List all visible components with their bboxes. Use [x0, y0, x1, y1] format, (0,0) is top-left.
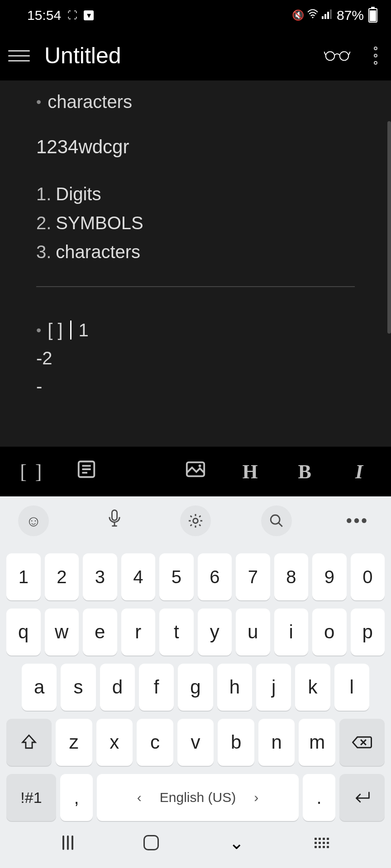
key-t[interactable]: t: [159, 609, 194, 656]
key-s[interactable]: s: [61, 664, 95, 711]
checkbox-tool-button[interactable]: [ ]: [18, 460, 45, 483]
svg-point-5: [326, 52, 334, 60]
emoji-button[interactable]: ☺: [18, 505, 49, 536]
key-u[interactable]: u: [236, 609, 270, 656]
keyboard-settings-button[interactable]: [180, 505, 211, 536]
key-m[interactable]: m: [299, 719, 335, 766]
signal-icon: [321, 9, 332, 22]
scrollbar[interactable]: [387, 121, 391, 334]
list-number: 1.: [36, 179, 51, 208]
key-3[interactable]: 3: [83, 553, 117, 600]
key-d[interactable]: d: [100, 664, 135, 711]
svg-point-0: [312, 17, 313, 18]
key-n[interactable]: n: [258, 719, 295, 766]
soft-keyboard: ☺ ••• 1 2 3 4 5 6 7 8 9 0 q w e r t y u …: [0, 496, 391, 868]
heading-tool-button[interactable]: H: [237, 460, 264, 483]
key-0[interactable]: 0: [351, 553, 385, 600]
text-line[interactable]: -: [11, 372, 380, 400]
reader-mode-button[interactable]: [324, 46, 350, 65]
key-h[interactable]: h: [217, 664, 252, 711]
list-text: Digits: [56, 179, 101, 208]
list-number: 3.: [36, 237, 51, 266]
keyboard-toolbar: ☺ •••: [0, 496, 391, 545]
ordered-list-item[interactable]: 1. Digits: [11, 179, 380, 208]
key-c[interactable]: c: [137, 719, 173, 766]
backspace-key[interactable]: [339, 719, 385, 766]
ordered-list-item[interactable]: 2. SYMBOLS: [11, 208, 380, 237]
enter-key[interactable]: [339, 774, 385, 821]
page-title: Untitled: [44, 42, 324, 69]
tag-tool-button[interactable]: [127, 459, 154, 485]
key-1[interactable]: 1: [6, 553, 41, 600]
svg-point-13: [271, 515, 280, 524]
key-e[interactable]: e: [83, 609, 117, 656]
hide-keyboard-button[interactable]: ⌄: [229, 832, 244, 853]
key-w[interactable]: w: [45, 609, 79, 656]
home-button[interactable]: [143, 835, 159, 850]
keyboard-more-button[interactable]: •••: [342, 511, 373, 530]
crop-icon: ⛶: [67, 9, 77, 21]
key-r[interactable]: r: [121, 609, 156, 656]
svg-rect-11: [112, 510, 117, 520]
key-9[interactable]: 9: [312, 553, 347, 600]
bullet-icon: •: [36, 94, 41, 109]
more-options-button[interactable]: [368, 47, 383, 65]
key-z[interactable]: z: [56, 719, 92, 766]
ordered-list-item[interactable]: 3. characters: [11, 237, 380, 266]
horizontal-rule: [36, 286, 355, 287]
key-j[interactable]: j: [256, 664, 291, 711]
key-f[interactable]: f: [139, 664, 174, 711]
svg-point-6: [340, 52, 348, 60]
spacebar-key[interactable]: ‹ English (US) ›: [97, 774, 299, 821]
key-q[interactable]: q: [6, 609, 41, 656]
key-a[interactable]: a: [22, 664, 57, 711]
svg-point-12: [193, 519, 198, 524]
key-x[interactable]: x: [96, 719, 133, 766]
bold-tool-button[interactable]: B: [291, 460, 318, 483]
list-text: characters: [56, 237, 140, 266]
recents-button[interactable]: [62, 835, 73, 850]
text-line[interactable]: 1234wdcgr: [11, 132, 380, 161]
list-number: 2.: [36, 208, 51, 237]
comma-key[interactable]: ,: [60, 774, 93, 821]
key-v[interactable]: v: [177, 719, 214, 766]
text-line[interactable]: -2: [11, 344, 380, 372]
checkbox-brackets: [ ]: [48, 316, 62, 344]
key-p[interactable]: p: [351, 609, 385, 656]
svg-rect-4: [330, 9, 332, 19]
checkbox-list-item[interactable]: • [ ]1: [11, 316, 380, 344]
voice-input-button[interactable]: [99, 509, 130, 533]
keyboard-search-button[interactable]: [261, 505, 292, 536]
key-5[interactable]: 5: [159, 553, 194, 600]
italic-tool-button[interactable]: I: [346, 460, 373, 483]
bullet-list-item[interactable]: • characters: [11, 88, 380, 116]
dropdown-indicator-icon: ▾: [84, 10, 94, 20]
shift-key[interactable]: [6, 719, 52, 766]
key-k[interactable]: k: [295, 664, 330, 711]
key-y[interactable]: y: [198, 609, 232, 656]
battery-percent: 87%: [337, 8, 364, 23]
key-b[interactable]: b: [218, 719, 254, 766]
svg-point-8: [136, 464, 139, 467]
keyboard-row-5: !#1 , ‹ English (US) › .: [0, 774, 391, 821]
key-6[interactable]: 6: [198, 553, 232, 600]
key-o[interactable]: o: [312, 609, 347, 656]
symbols-key[interactable]: !#1: [6, 774, 56, 821]
note-editor[interactable]: • characters 1234wdcgr 1. Digits 2. SYMB…: [0, 80, 391, 447]
svg-rect-2: [324, 14, 326, 19]
note-tool-button[interactable]: [73, 459, 100, 485]
key-7[interactable]: 7: [236, 553, 270, 600]
key-8[interactable]: 8: [274, 553, 309, 600]
list-text: SYMBOLS: [56, 208, 143, 237]
key-i[interactable]: i: [274, 609, 309, 656]
keyboard-switch-button[interactable]: [315, 838, 329, 848]
image-tool-button[interactable]: [182, 459, 209, 485]
key-2[interactable]: 2: [45, 553, 79, 600]
keyboard-row-3: a s d f g h j k l: [0, 664, 391, 711]
period-key[interactable]: .: [303, 774, 335, 821]
menu-icon[interactable]: [8, 50, 30, 61]
key-l[interactable]: l: [334, 664, 369, 711]
editor-toolbar: [ ] H B I: [0, 447, 391, 496]
key-4[interactable]: 4: [121, 553, 156, 600]
key-g[interactable]: g: [178, 664, 213, 711]
